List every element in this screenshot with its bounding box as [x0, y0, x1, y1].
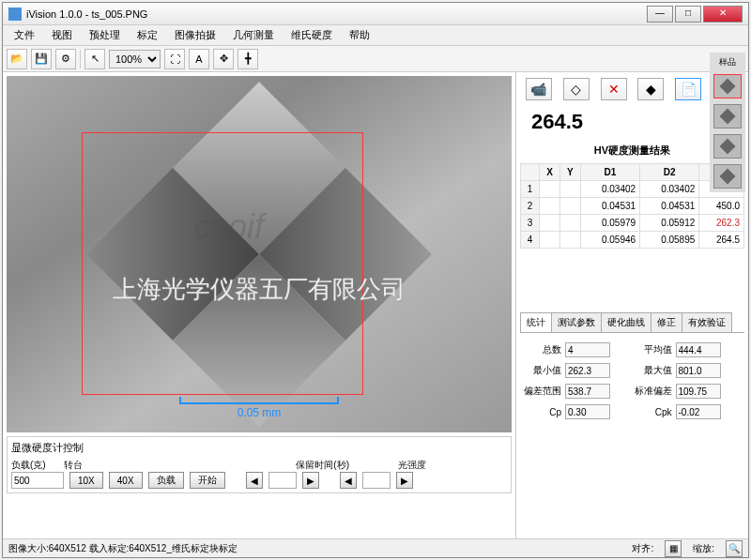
stat-count — [565, 342, 610, 357]
menu-geometry[interactable]: 几何测量 — [225, 26, 282, 44]
thumbnail-strip: 样品 — [710, 53, 745, 192]
tab-validate[interactable]: 有效验证 — [682, 312, 732, 332]
light-input[interactable] — [362, 472, 391, 489]
selection-box[interactable] — [82, 132, 363, 395]
stats-panel: 总数 平均值 最小值 最大值 偏差范围 标准偏差 Cp Cpk — [520, 337, 744, 425]
statusbar: 图像大小:640X512 载入标定:640X512_维氏标定块标定 对齐: ▦ … — [3, 538, 748, 557]
crosshair-icon[interactable]: ╋ — [238, 49, 258, 69]
stat-stdev — [676, 384, 721, 399]
table-row[interactable]: 20.045310.04531450.0 — [521, 198, 744, 215]
status-image-size: 图像大小:640X512 载入标定:640X512_维氏标定块标定 — [8, 542, 238, 555]
camera-icon[interactable]: 📹 — [526, 78, 552, 100]
thumb-title: 样品 — [713, 56, 742, 68]
turret-10x-button[interactable]: 10X — [69, 472, 103, 489]
menu-capture[interactable]: 图像拍摄 — [167, 26, 223, 44]
hold-input[interactable] — [268, 472, 297, 489]
scale-label: 0.05 mm — [179, 406, 339, 419]
app-icon — [8, 8, 22, 21]
menu-calibrate[interactable]: 标定 — [130, 26, 165, 44]
status-zoom-label: 缩放: — [693, 542, 714, 555]
stat-max — [676, 363, 721, 378]
diamond-icon[interactable]: ◇ — [563, 78, 590, 100]
watermark-logo: csoif — [194, 207, 264, 247]
move-icon[interactable]: ✥ — [213, 49, 234, 69]
menu-preprocess[interactable]: 预处理 — [82, 26, 128, 44]
hold-next-button[interactable]: ▶ — [302, 472, 319, 489]
light-prev-button[interactable]: ◀ — [340, 472, 357, 489]
load-label: 负载(克) — [11, 459, 58, 472]
table-row[interactable]: 40.059460.05895264.5 — [521, 232, 744, 249]
zoom-button[interactable]: 🔍 — [726, 540, 743, 557]
titlebar: iVision 1.0.0 - ts_005.PNG — □ ✕ — [3, 3, 748, 25]
turret-40x-button[interactable]: 40X — [109, 472, 143, 489]
settings-icon[interactable]: ⚙ — [55, 49, 76, 69]
tab-params[interactable]: 测试参数 — [551, 312, 602, 332]
table-row[interactable]: 30.059790.05912262.3 — [521, 215, 744, 232]
turret-label: 转台 — [64, 459, 111, 472]
stats-tabs: 统计 测试参数 硬化曲线 修正 有效验证 — [520, 312, 744, 333]
delete-icon[interactable]: ✕ — [601, 78, 627, 100]
panel-title: 显微硬度计控制 — [11, 441, 507, 455]
toolbar: 📂 💾 ⚙ ↖ 100% ⛶ A ✥ ╋ — [3, 46, 748, 72]
save-icon[interactable]: 💾 — [31, 49, 52, 69]
stat-min — [565, 363, 610, 378]
thumbnail[interactable] — [713, 164, 742, 189]
light-label: 光强度 — [398, 459, 445, 472]
menubar: 文件 视图 预处理 标定 图像拍摄 几何测量 维氏硬度 帮助 — [3, 25, 748, 46]
minimize-button[interactable]: — — [647, 6, 673, 23]
watermark-text: 上海光学仪器五厂有限公司 — [7, 273, 512, 306]
image-viewport[interactable]: csoif 上海光学仪器五厂有限公司 0.05 mm — [7, 76, 512, 432]
align-button[interactable]: ▦ — [665, 540, 682, 557]
hardness-control-panel: 显微硬度计控制 负载(克) 转台 保留时间(秒) 光强度 10X 40X 负载 … — [7, 436, 512, 493]
open-icon[interactable]: 📂 — [7, 49, 27, 69]
menu-help[interactable]: 帮助 — [342, 26, 377, 44]
menu-view[interactable]: 视图 — [44, 26, 80, 44]
zoom-select[interactable]: 100% — [109, 50, 161, 68]
close-button[interactable]: ✕ — [703, 6, 743, 23]
tab-stats[interactable]: 统计 — [520, 312, 552, 332]
scale-bar: 0.05 mm — [179, 397, 339, 419]
tab-curve[interactable]: 硬化曲线 — [601, 312, 651, 332]
hold-label: 保留时间(秒) — [296, 459, 349, 472]
load-button[interactable]: 负载 — [148, 472, 184, 489]
status-align-label: 对齐: — [632, 542, 653, 555]
stat-range — [565, 384, 610, 399]
tab-correct[interactable]: 修正 — [651, 312, 682, 332]
maximize-button[interactable]: □ — [675, 6, 701, 23]
pointer-icon[interactable]: ↖ — [84, 49, 105, 69]
light-next-button[interactable]: ▶ — [396, 472, 413, 489]
report-icon[interactable]: 📄 — [675, 78, 701, 100]
menu-vickers[interactable]: 维氏硬度 — [284, 26, 340, 44]
stat-cp — [565, 404, 610, 419]
thumbnail[interactable] — [713, 74, 742, 98]
hold-prev-button[interactable]: ◀ — [246, 472, 263, 489]
load-input[interactable] — [11, 472, 64, 489]
rotate-icon[interactable]: ◆ — [637, 78, 664, 100]
expand-icon[interactable]: ⛶ — [164, 49, 185, 69]
thumbnail[interactable] — [713, 134, 742, 159]
menu-file[interactable]: 文件 — [7, 26, 42, 44]
stat-avg — [676, 342, 721, 357]
stat-cpk — [676, 404, 721, 419]
start-button[interactable]: 开始 — [190, 472, 225, 489]
thumbnail[interactable] — [713, 104, 742, 129]
text-icon[interactable]: A — [189, 49, 209, 69]
window-title: iVision 1.0.0 - ts_005.PNG — [26, 8, 647, 20]
